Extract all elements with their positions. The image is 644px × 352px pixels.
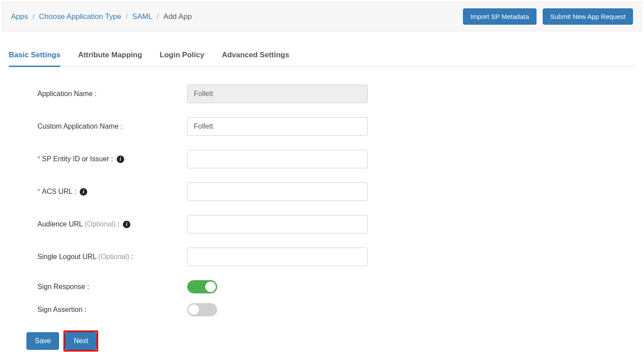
row-sign-response: Sign Response : [37, 280, 635, 293]
row-application-name: Application Name : [37, 85, 635, 103]
breadcrumb-separator: / [157, 12, 159, 21]
input-application-name [187, 85, 368, 103]
label-sign-response: Sign Response : [37, 283, 187, 291]
next-button-highlight: Next [63, 330, 98, 352]
input-custom-application-name[interactable] [187, 117, 368, 136]
label-sign-assertion: Sign Assertion : [37, 306, 187, 314]
input-single-logout-url[interactable] [187, 248, 368, 266]
submit-new-app-request-button[interactable]: Submit New App Request [543, 8, 633, 25]
label-custom-application-name: Custom Application Name : [37, 122, 187, 130]
next-button[interactable]: Next [65, 332, 96, 350]
tab-attribute-mapping[interactable]: Attribute Mapping [78, 46, 142, 67]
toggle-thumb [205, 282, 216, 292]
input-sp-entity-id[interactable] [187, 150, 368, 168]
header-bar: Apps / Choose Application Type / SAML / … [2, 2, 642, 31]
toggle-sign-response[interactable] [187, 280, 217, 293]
breadcrumb-saml[interactable]: SAML [132, 12, 152, 21]
label-sp-entity-id: *SP Entity ID or Issuer : i [37, 155, 187, 163]
label-acs-url: *ACS URL : i [37, 188, 187, 196]
footer-buttons: Save Next [9, 330, 635, 352]
header-buttons: Import SP Metadata Submit New App Reques… [463, 8, 633, 25]
label-application-name: Application Name : [37, 90, 187, 98]
breadcrumb: Apps / Choose Application Type / SAML / … [11, 12, 192, 21]
label-single-logout-url: Single Logout URL (Optional) : [37, 253, 187, 261]
breadcrumb-choose-type[interactable]: Choose Application Type [39, 12, 121, 21]
required-mark: * [37, 188, 40, 196]
required-mark: * [37, 155, 40, 163]
basic-settings-form: Application Name : Custom Application Na… [9, 85, 635, 316]
toggle-thumb [189, 304, 199, 315]
tabs: Basic Settings Attribute Mapping Login P… [9, 46, 635, 67]
breadcrumb-apps[interactable]: Apps [11, 12, 28, 21]
info-icon[interactable]: i [117, 156, 124, 163]
save-button[interactable]: Save [26, 332, 59, 350]
info-icon[interactable]: i [123, 221, 130, 228]
toggle-sign-assertion[interactable] [187, 303, 217, 316]
tab-basic-settings[interactable]: Basic Settings [9, 46, 60, 67]
row-audience-url: Audience URL (Optional) : i [37, 215, 635, 233]
label-audience-url: Audience URL (Optional) : i [37, 220, 187, 228]
row-sign-assertion: Sign Assertion : [37, 303, 635, 316]
input-acs-url[interactable] [187, 182, 368, 201]
breadcrumb-current: Add App [163, 12, 192, 21]
row-sp-entity-id: *SP Entity ID or Issuer : i [37, 150, 635, 168]
import-sp-metadata-button[interactable]: Import SP Metadata [463, 8, 537, 25]
tab-login-policy[interactable]: Login Policy [160, 46, 204, 67]
row-custom-application-name: Custom Application Name : [37, 117, 635, 136]
row-acs-url: *ACS URL : i [37, 182, 635, 201]
row-single-logout-url: Single Logout URL (Optional) : [37, 248, 635, 266]
info-icon[interactable]: i [80, 188, 87, 196]
tab-advanced-settings[interactable]: Advanced Settings [222, 46, 289, 67]
breadcrumb-separator: / [126, 12, 128, 21]
input-audience-url[interactable] [187, 215, 368, 233]
breadcrumb-separator: / [33, 12, 35, 21]
content-area: Basic Settings Attribute Mapping Login P… [0, 33, 644, 352]
